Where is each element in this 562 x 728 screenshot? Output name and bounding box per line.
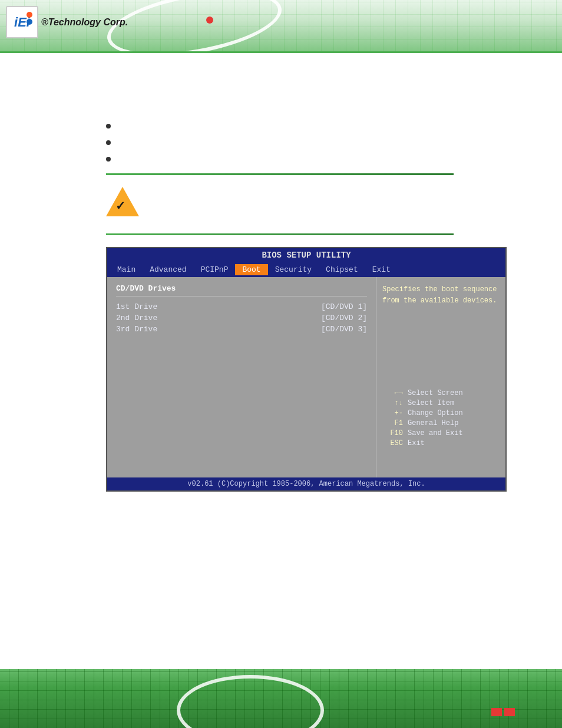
logo-dot-orange (27, 12, 32, 18)
bios-menu-main[interactable]: Main (110, 264, 143, 275)
bios-drive-2-label: 2nd Drive (116, 314, 157, 322)
bios-menu-boot[interactable]: Boot (235, 264, 267, 275)
bios-keybind-f1: F1 General Help (382, 419, 500, 427)
bios-keybind-f10: F10 Save and Exit (382, 429, 500, 437)
bios-key-arrows-ud: ↑↓ (382, 399, 403, 407)
bios-footer: v02.61 (C)Copyright 1985-2006, American … (107, 477, 505, 490)
bios-keydesc-screen: Select Screen (408, 389, 463, 397)
bios-menu-exit[interactable]: Exit (365, 264, 398, 275)
bullet-item-2 (106, 140, 503, 145)
caution-check-mark: ✓ (115, 199, 125, 213)
bios-keydesc-item: Select Item (408, 399, 454, 407)
bios-copyright: v02.61 (C)Copyright 1985-2006, American … (187, 480, 425, 488)
bios-key-f10: F10 (382, 429, 403, 437)
company-text: ®Technology Corp. (41, 17, 128, 28)
bios-drive-row-1: 1st Drive [CD/DVD 1] (116, 302, 367, 311)
footer-red-squares (491, 708, 515, 716)
bios-body: CD/DVD Drives 1st Drive [CD/DVD 1] 2nd D… (107, 277, 505, 477)
green-divider-bottom (106, 233, 454, 235)
bios-menu-bar: Main Advanced PCIPnP Boot Security Chips… (107, 262, 505, 277)
bios-keybind-screen: ←→ Select Screen (382, 389, 500, 397)
bios-drive-1-value: [CD/DVD 1] (321, 302, 367, 311)
bios-drive-row-3: 3rd Drive [CD/DVD 3] (116, 325, 367, 334)
bios-drive-1-label: 1st Drive (116, 302, 157, 311)
warning-area: ✓ (106, 187, 503, 219)
bios-key-plusminus: +- (382, 409, 403, 417)
bios-menu-pcipnp[interactable]: PCIPnP (194, 264, 236, 275)
bios-menu-chipset[interactable]: Chipset (319, 264, 365, 275)
bullet-dot-2 (106, 140, 111, 145)
green-divider-top (106, 173, 454, 175)
bios-screenshot: BIOS SETUP UTILITY Main Advanced PCIPnP … (106, 247, 507, 492)
footer-bar (0, 669, 562, 728)
bios-right-panel: Specifies the boot sequence from the ava… (376, 277, 505, 477)
bios-keybind-esc: ESC Exit (382, 439, 500, 447)
caution-icon: ✓ (106, 187, 139, 216)
bios-section-title: CD/DVD Drives (116, 284, 367, 293)
bios-keydesc-f10: Save and Exit (408, 429, 463, 437)
main-content: ✓ BIOS SETUP UTILITY Main Advanced PCIPn… (0, 59, 562, 669)
bios-key-esc: ESC (382, 439, 403, 447)
bullet-item-3 (106, 157, 503, 162)
bios-left-panel: CD/DVD Drives 1st Drive [CD/DVD 1] 2nd D… (107, 277, 376, 477)
bios-keydesc-esc: Exit (408, 439, 425, 447)
bullet-dot-3 (106, 157, 111, 162)
bios-title-bar: BIOS SETUP UTILITY (107, 248, 505, 262)
bullet-section (106, 124, 503, 162)
bios-keydesc-change: Change Option (408, 409, 463, 417)
bios-drive-row-2: 2nd Drive [CD/DVD 2] (116, 314, 367, 322)
bios-help-text: Specifies the boot sequence from the ava… (382, 284, 500, 307)
logo-dot-blue (27, 19, 32, 25)
bios-title: BIOS SETUP UTILITY (262, 251, 351, 260)
header-bar: iEi ®Technology Corp. (0, 0, 562, 53)
bios-drive-3-value: [CD/DVD 3] (321, 325, 367, 334)
bios-keybind-change: +- Change Option (382, 409, 500, 417)
bios-menu-security[interactable]: Security (268, 264, 319, 275)
bios-keybind-item: ↑↓ Select Item (382, 399, 500, 407)
bullet-dot-1 (106, 124, 111, 129)
logo-area: iEi ®Technology Corp. (6, 6, 128, 38)
bios-section-divider (116, 296, 367, 297)
bullet-item-1 (106, 124, 503, 129)
bios-drive-2-value: [CD/DVD 2] (321, 314, 367, 322)
footer-red-square-2 (504, 708, 515, 716)
bios-key-arrows-lr: ←→ (382, 389, 403, 397)
footer-red-square-1 (491, 708, 502, 716)
bios-key-f1: F1 (382, 419, 403, 427)
bios-menu-advanced[interactable]: Advanced (143, 264, 193, 275)
header-red-dot (206, 17, 213, 24)
logo-box: iEi (6, 6, 38, 38)
bios-drive-3-label: 3rd Drive (116, 325, 157, 334)
caution-triangle: ✓ (106, 187, 139, 216)
bios-keydesc-f1: General Help (408, 419, 458, 427)
